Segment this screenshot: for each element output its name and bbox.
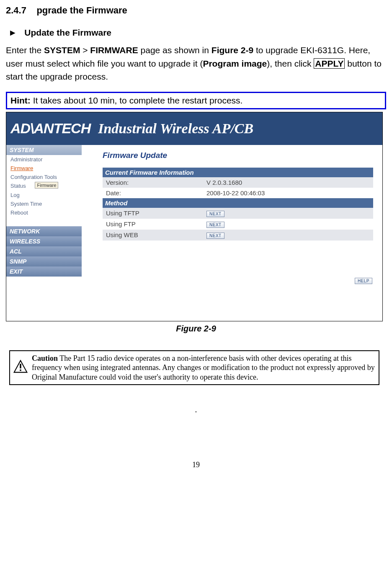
warning-icon xyxy=(13,360,28,374)
sidebar: SYSTEM Administrator Firmware Configurat… xyxy=(6,145,82,321)
screenshot-figure: AD\ANTECH Industrial Wireless AP/CB SYST… xyxy=(6,112,383,321)
para-text: > xyxy=(80,45,90,55)
table-header-method: Method xyxy=(103,198,373,208)
tooltip-firmware: Firmware xyxy=(35,182,58,189)
para-bold: SYSTEM xyxy=(44,45,80,55)
table-row: Using FTP NEXT xyxy=(103,219,373,230)
sidebar-item-system-time[interactable]: System Time xyxy=(6,199,82,208)
para-text: Enter the xyxy=(6,45,44,55)
table-row: Using WEB NEXT xyxy=(103,230,373,241)
subsection-marker: ► xyxy=(8,28,17,37)
caution-body: The Part 15 radio device operates on a n… xyxy=(32,354,375,381)
caution-text: Caution The Part 15 radio device operate… xyxy=(32,354,375,382)
next-button-web[interactable]: NEXT xyxy=(206,233,224,239)
para-bold: FIRMWARE xyxy=(90,45,138,55)
next-button-tftp[interactable]: NEXT xyxy=(206,211,224,217)
svg-rect-1 xyxy=(20,364,21,368)
table-row: Version: V 2.0.3.1680 xyxy=(103,177,373,188)
logo-text: AD\ANTECH xyxy=(10,120,90,137)
sidebar-item-config-tools[interactable]: Configuration Tools xyxy=(6,173,82,181)
sidebar-cat-exit[interactable]: EXIT xyxy=(6,266,82,277)
sidebar-cat-system[interactable]: SYSTEM xyxy=(6,145,82,155)
sidebar-cat-snmp[interactable]: SNMP xyxy=(6,256,82,266)
method-web-label: Using WEB xyxy=(103,230,203,241)
method-tftp-label: Using TFTP xyxy=(103,208,203,219)
hint-text: It takes about 10 min, to complete the r… xyxy=(31,96,243,105)
caution-box: Caution The Part 15 radio device operate… xyxy=(9,350,379,385)
sidebar-item-label: Status xyxy=(10,183,26,189)
page-number: 19 xyxy=(6,460,386,469)
sidebar-item-administrator[interactable]: Administrator xyxy=(6,155,82,164)
sidebar-cat-wireless[interactable]: WIRELESS xyxy=(6,236,82,246)
section-heading: 2.4.7 pgrade the Firmware xyxy=(6,5,386,16)
content-area: Firmware Update Current Firmware Informa… xyxy=(82,145,382,321)
table-header-firmware-info: Current Firmware Information xyxy=(103,168,373,177)
dot-separator: . xyxy=(6,404,386,414)
date-label: Date: xyxy=(103,188,203,198)
sidebar-item-log[interactable]: Log xyxy=(6,191,82,199)
para-text: ), then click xyxy=(267,59,314,68)
method-ftp-label: Using FTP xyxy=(103,219,203,230)
para-bold: Program image xyxy=(203,59,267,68)
table-row: Using TFTP NEXT xyxy=(103,208,373,219)
content-title: Firmware Update xyxy=(103,151,373,160)
hint-label: Hint: xyxy=(10,96,31,105)
sidebar-item-firmware[interactable]: Firmware xyxy=(6,164,82,173)
body-paragraph: Enter the SYSTEM > FIRMWARE page as show… xyxy=(6,44,386,83)
section-title-text: pgrade the Firmware xyxy=(36,5,127,16)
apply-button-text: APPLY xyxy=(314,58,345,69)
section-number: 2.4.7 xyxy=(6,5,26,16)
hint-box: Hint: It takes about 10 min, to complete… xyxy=(6,92,386,109)
subsection-heading: ► Update the Firmware xyxy=(8,28,386,38)
sidebar-item-status[interactable]: Status Firmware xyxy=(6,181,82,191)
version-value: V 2.0.3.1680 xyxy=(203,177,373,188)
para-text: page as shown in xyxy=(138,45,211,55)
svg-rect-2 xyxy=(20,369,21,370)
help-button[interactable]: HELP xyxy=(355,278,372,284)
next-button-ftp[interactable]: NEXT xyxy=(206,222,224,228)
banner-text: Industrial Wireless AP/CB xyxy=(98,121,253,137)
table-row: Date: 2008-10-22 00:46:03 xyxy=(103,188,373,198)
banner: AD\ANTECH Industrial Wireless AP/CB xyxy=(6,112,382,145)
date-value: 2008-10-22 00:46:03 xyxy=(203,188,373,198)
version-label: Version: xyxy=(103,177,203,188)
figure-caption: Figure 2-9 xyxy=(6,324,386,334)
sidebar-cat-acl[interactable]: ACL xyxy=(6,246,82,256)
caution-label: Caution xyxy=(32,354,58,362)
para-bold: Figure 2-9 xyxy=(211,45,253,55)
sidebar-cat-network[interactable]: NETWORK xyxy=(6,226,82,236)
subsection-title: Update the Firmware xyxy=(24,28,111,37)
sidebar-item-reboot[interactable]: Reboot xyxy=(6,208,82,217)
